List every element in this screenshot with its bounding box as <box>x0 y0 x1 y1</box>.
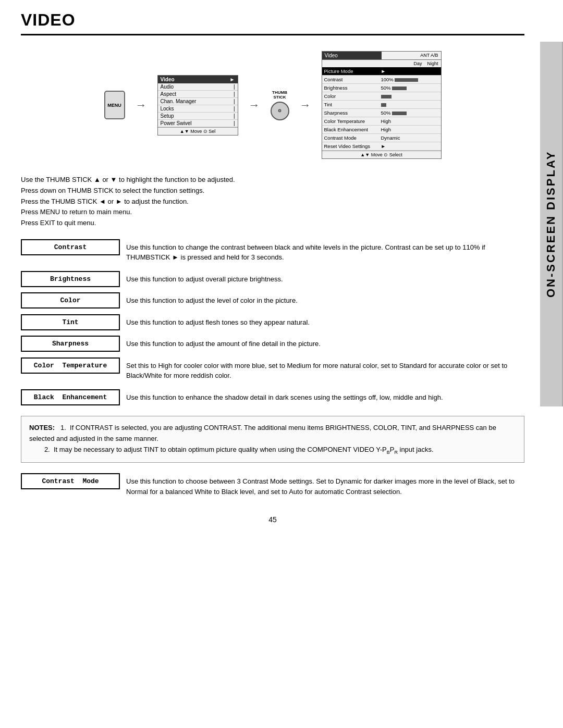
feature-label-black-enhance: Black Enhancement <box>21 389 120 405</box>
thumbstick-label: THUMBSTICK <box>272 90 287 100</box>
feature-row-brightness: Brightness Use this function to adjust o… <box>21 271 524 288</box>
osd-row-tint: Tint <box>322 101 441 109</box>
page-number: 45 <box>21 515 524 524</box>
page-header: VIDEO <box>21 10 524 35</box>
arrow-3: → <box>300 98 311 112</box>
osd-day-night: Day Night <box>322 60 441 67</box>
feature-row-color: Color Use this function to adjust the le… <box>21 292 524 309</box>
feature-desc-sharpness: Use this function to adjust the amount o… <box>120 336 327 352</box>
menu-item-audio: Audio| <box>158 83 238 91</box>
page-title: VIDEO <box>21 10 524 30</box>
osd-header: Video ANT A/B <box>322 52 441 60</box>
feature-desc-color-temp: Set this to High for cooler color with m… <box>120 357 524 384</box>
menu-remote-icon: MENU <box>104 91 125 119</box>
osd-row-contrast-mode: Contrast Mode Dynamic <box>322 134 441 142</box>
menu-title: Video ► <box>158 76 238 83</box>
osd-row-color-temp: Color Temperature High <box>322 117 441 126</box>
feature-row-sharpness: Sharpness Use this function to adjust th… <box>21 336 524 352</box>
side-tab: ON-SCREEN DISPLAY <box>540 42 563 406</box>
menu-item-aspect: Aspect| <box>158 91 238 98</box>
instruction-2: Press down on THUMB STICK to select the … <box>21 186 524 196</box>
menu-item-setup: Setup| <box>158 113 238 120</box>
feature-row-tint: Tint Use this function to adjust flesh t… <box>21 314 524 331</box>
osd-footer: ▲▼ Move ⊙ Select <box>322 151 441 158</box>
feature-desc-brightness: Use this function to adjust overall pict… <box>120 271 289 288</box>
thumbstick-icon: ⊙ <box>271 102 289 120</box>
menu-item-chan-manager: Chan. Manager| <box>158 98 238 105</box>
notes-text: 1. If CONTRAST is selected, you are adju… <box>29 424 496 453</box>
feature-label-color-temp: Color Temperature <box>21 357 120 374</box>
feature-label-sharpness: Sharpness <box>21 336 120 352</box>
feature-desc-black-enhance: Use this function to enhance the shadow … <box>120 389 449 406</box>
osd-row-picture-mode: Picture Mode ► <box>322 67 441 76</box>
notes-section: NOTES: 1. If CONTRAST is selected, you a… <box>21 416 524 463</box>
menu-footer: ▲▼ Move ⊙ Sel <box>158 127 238 135</box>
instruction-4: Press MENU to return to main menu. <box>21 207 524 218</box>
feature-row-black-enhance: Black Enhancement Use this function to e… <box>21 389 524 406</box>
feature-label-contrast: Contrast <box>21 239 120 255</box>
feature-row-contrast-mode: Contrast Mode Use this function to choos… <box>21 473 524 500</box>
side-tab-label: ON-SCREEN DISPLAY <box>544 151 558 298</box>
osd-title: Video <box>322 52 382 59</box>
arrow-1: → <box>136 98 147 112</box>
osd-ant: ANT A/B <box>382 52 441 59</box>
feature-desc-color: Use this function to adjust the level of… <box>120 292 304 309</box>
instruction-3: Press the THUMB STICK ◄ or ► to adjust t… <box>21 196 524 207</box>
main-content: VIDEO MENU → Video ► Audio| Aspect| Chan… <box>0 0 540 545</box>
osd-row-black-enhance: Black Enhancement High <box>322 126 441 134</box>
osd-row-brightness: Brightness 50% <box>322 84 441 92</box>
feature-label-contrast-mode: Contrast Mode <box>21 473 120 489</box>
osd-row-color: Color <box>322 92 441 101</box>
notes-title: NOTES: <box>29 424 55 431</box>
osd-menu-box: Video ANT A/B Day Night Picture Mode ► C… <box>322 51 442 159</box>
instructions-block: Use the THUMB STICK ▲ or ▼ to highlight … <box>21 175 524 229</box>
instruction-5: Press EXIT to quit menu. <box>21 218 524 229</box>
menu-item-power-swivel: Power Swivel| <box>158 120 238 127</box>
feature-desc-contrast: Use this function to change the contrast… <box>120 239 524 266</box>
diagram-section: MENU → Video ► Audio| Aspect| Chan. Mana… <box>21 46 524 164</box>
feature-row-contrast: Contrast Use this function to change the… <box>21 239 524 266</box>
arrow-2: → <box>249 98 260 112</box>
feature-desc-tint: Use this function to adjust flesh tones … <box>120 314 316 331</box>
thumbstick-area: THUMBSTICK ⊙ <box>271 90 289 120</box>
feature-row-color-temp: Color Temperature Set this to High for c… <box>21 357 524 384</box>
feature-label-color: Color <box>21 292 120 309</box>
main-menu-box: Video ► Audio| Aspect| Chan. Manager| Lo… <box>157 75 238 135</box>
feature-desc-contrast-mode: Use this function to choose between 3 Co… <box>120 473 524 500</box>
feature-label-brightness: Brightness <box>21 271 120 287</box>
osd-row-contrast: Contrast 100% <box>322 76 441 84</box>
osd-row-sharpness: Sharpness 50% <box>322 109 441 117</box>
feature-label-tint: Tint <box>21 314 120 330</box>
instruction-1: Use the THUMB STICK ▲ or ▼ to highlight … <box>21 175 524 186</box>
menu-item-locks: Locks| <box>158 105 238 113</box>
page-wrapper: ON-SCREEN DISPLAY VIDEO MENU → Video ► A… <box>0 0 563 728</box>
osd-row-reset: Reset Video Settings ► <box>322 142 441 151</box>
